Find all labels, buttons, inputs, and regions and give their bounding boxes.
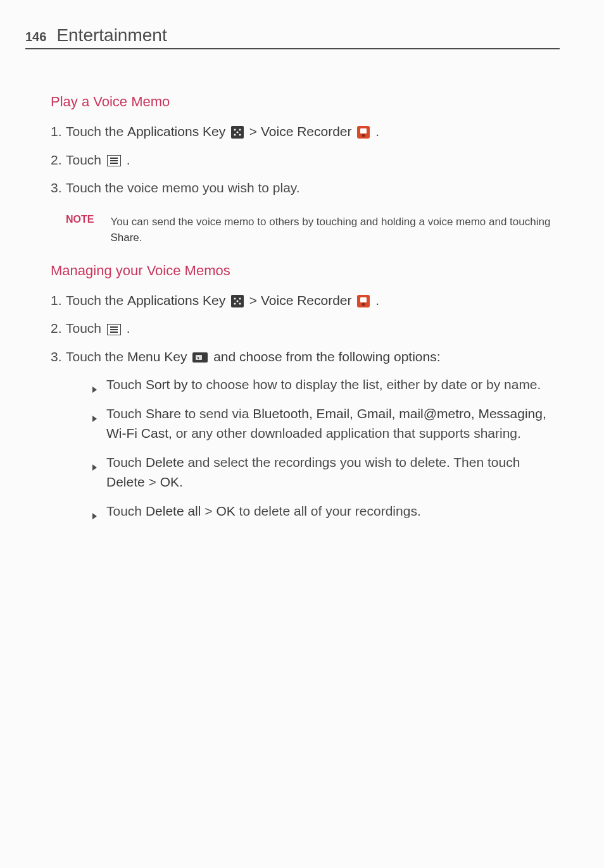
- svg-rect-20: [360, 297, 367, 302]
- option-share: Touch Share to send via Bluetooth, Email…: [91, 404, 560, 443]
- option-delete: Touch Delete and select the recordings y…: [91, 452, 560, 492]
- triangle-bullet-icon: [91, 408, 98, 428]
- voice-recorder-icon: [357, 295, 370, 307]
- text: Touch the: [66, 124, 127, 139]
- step-number: 3.: [51, 178, 66, 199]
- svg-point-1: [234, 129, 236, 131]
- share-label: Share: [110, 232, 139, 244]
- delete-label: Delete: [106, 474, 145, 489]
- sort-by-label: Sort by: [146, 377, 188, 392]
- list-icon: [107, 324, 121, 335]
- triangle-bullet-icon: [91, 457, 98, 477]
- menu-key-label: Menu Key: [127, 349, 191, 364]
- ok-label: OK: [160, 474, 179, 489]
- share-label: Share: [146, 406, 181, 421]
- svg-point-5: [237, 132, 239, 133]
- step-number: 1.: [51, 290, 66, 311]
- text: Touch: [106, 377, 146, 392]
- svg-point-8: [362, 134, 365, 137]
- option-delete-all: Touch Delete all > OK to delete all of y…: [91, 501, 560, 521]
- svg-point-2: [239, 129, 241, 131]
- step-3: 3. Touch the voice memo you wish to play…: [51, 178, 560, 199]
- text: >: [145, 474, 160, 489]
- text: or any other downloaded application that…: [172, 426, 521, 440]
- text: Touch: [66, 152, 105, 167]
- svg-point-14: [234, 298, 236, 300]
- text: and select the recordings you wish to de…: [184, 455, 520, 469]
- step-1: 1. Touch the Applications Key > Voice Re…: [51, 121, 560, 142]
- delete-label: Delete: [146, 455, 184, 469]
- text: to delete all of your recordings.: [236, 504, 421, 518]
- applications-key-label: Applications Key: [127, 293, 229, 307]
- list-icon: [107, 155, 121, 166]
- step-number: 3.: [51, 347, 66, 368]
- delete-all-label: Delete all: [146, 504, 201, 518]
- ok-label: OK: [216, 504, 235, 518]
- step-2: 2. Touch .: [51, 318, 560, 339]
- svg-rect-7: [360, 128, 367, 133]
- text: >: [249, 293, 261, 307]
- applications-key-icon: [231, 295, 244, 307]
- triangle-bullet-icon: [91, 505, 98, 526]
- step-number: 2.: [51, 318, 66, 339]
- text: .: [127, 321, 130, 335]
- note-label: NOTE: [66, 214, 94, 246]
- step-number: 2.: [51, 150, 66, 171]
- text: Touch the: [66, 349, 127, 364]
- voice-recorder-label: Voice Recorder: [261, 293, 355, 307]
- svg-point-4: [239, 134, 241, 136]
- options-list: Touch Sort by to choose how to display t…: [91, 375, 560, 521]
- option-sort-by: Touch Sort by to choose how to display t…: [91, 375, 560, 395]
- step-3: 3. Touch the Menu Key and choose from th…: [51, 347, 560, 368]
- svg-point-15: [239, 298, 241, 300]
- voice-recorder-icon: [357, 126, 370, 139]
- triangle-bullet-icon: [91, 379, 98, 399]
- text: Touch the voice memo you wish to play.: [66, 178, 560, 199]
- text: .: [375, 293, 379, 307]
- svg-point-21: [362, 303, 365, 306]
- step-number: 1.: [51, 121, 66, 142]
- svg-point-18: [237, 301, 239, 302]
- menu-key-icon: [192, 352, 208, 363]
- svg-point-16: [234, 303, 236, 305]
- text: Touch: [106, 406, 146, 421]
- section-title-managing-voice-memos: Managing your Voice Memos: [51, 263, 560, 279]
- voice-recorder-label: Voice Recorder: [261, 124, 355, 139]
- text: and choose from the following options:: [213, 349, 440, 364]
- text: .: [127, 152, 130, 167]
- section-title-play-voice-memo: Play a Voice Memo: [51, 94, 560, 110]
- page-header: 146 Entertainment: [25, 25, 560, 49]
- svg-point-17: [239, 303, 241, 305]
- note-block: NOTE You can send the voice memo to othe…: [66, 214, 560, 246]
- svg-point-3: [234, 134, 236, 136]
- play-steps-list: 1. Touch the Applications Key > Voice Re…: [51, 121, 560, 199]
- text: Touch: [66, 321, 105, 335]
- chapter-title: Entertainment: [56, 25, 167, 46]
- step-2: 2. Touch .: [51, 150, 560, 171]
- text: >: [201, 504, 216, 518]
- text: >: [249, 124, 261, 139]
- text: Touch: [106, 504, 146, 518]
- text: to send via: [181, 406, 253, 421]
- applications-key-icon: [231, 126, 244, 139]
- step-1: 1. Touch the Applications Key > Voice Re…: [51, 290, 560, 311]
- text: .: [179, 474, 183, 489]
- text: Touch: [106, 455, 146, 469]
- text: Touch the: [66, 293, 127, 307]
- note-text: .: [139, 232, 142, 244]
- page-number: 146: [25, 30, 46, 44]
- note-text: You can send the voice memo to others by…: [110, 216, 550, 228]
- applications-key-label: Applications Key: [127, 124, 229, 139]
- managing-steps-list: 1. Touch the Applications Key > Voice Re…: [51, 290, 560, 368]
- text: .: [375, 124, 379, 139]
- text: to choose how to display the list, eithe…: [187, 377, 541, 392]
